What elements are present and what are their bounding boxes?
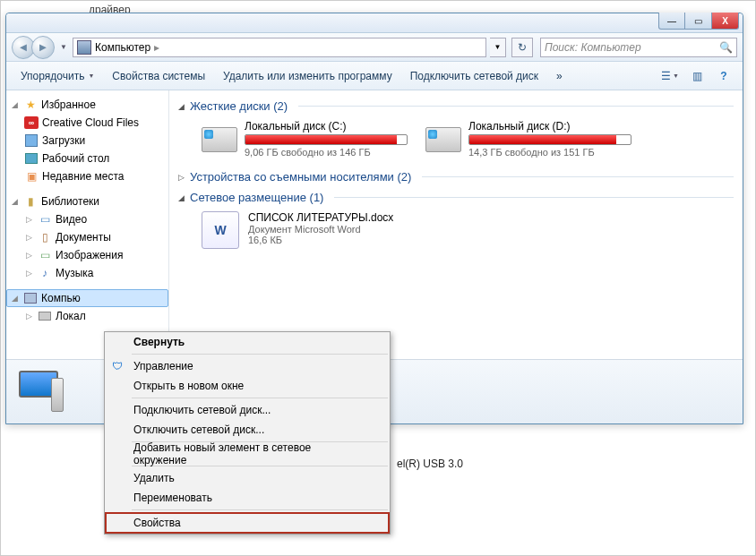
organize-button[interactable]: Упорядочить▼ [13, 66, 101, 86]
drive-c[interactable]: Локальный диск (C:) 9,06 ГБ свободно из … [202, 120, 408, 158]
bg-usb-text: el(R) USB 3.0 [397, 458, 463, 470]
usage-bar [245, 134, 408, 145]
body: ◢★Избранное ∞Creative Cloud Files Загруз… [6, 90, 743, 359]
ctx-open-new[interactable]: Открыть в новом окне [105, 376, 390, 396]
hdd-group-header[interactable]: ◢Жесткие диски (2) [178, 96, 734, 116]
favorites-group[interactable]: ◢★Избранное [6, 96, 168, 114]
search-input[interactable]: Поиск: Компьютер 🔍 [540, 38, 737, 57]
sidebar-item-cc[interactable]: ∞Creative Cloud Files [6, 114, 168, 132]
address-location: Компьютер [95, 41, 150, 54]
sidebar: ◢★Избранное ∞Creative Cloud Files Загруз… [6, 90, 169, 359]
images-icon: ▭ [38, 248, 52, 262]
file-name: СПИСОК ЛИТЕРАТУРЫ.docx [248, 211, 393, 224]
address-dropdown[interactable]: ▼ [490, 38, 506, 57]
ctx-disconnect-drive[interactable]: Отключить сетевой диск... [105, 420, 390, 440]
help-button[interactable]: ? [712, 65, 735, 87]
sidebar-item-downloads[interactable]: Загрузки [6, 132, 168, 150]
pc-icon [23, 291, 38, 305]
toolbar: Упорядочить▼ Свойства системы Удалить ил… [6, 62, 743, 90]
ctx-rename[interactable]: Переименовать [105, 488, 390, 508]
content-pane: ◢Жесткие диски (2) Локальный диск (C:) 9… [169, 90, 743, 359]
caret-down-icon: ◢ [178, 102, 185, 111]
drive-icon [38, 309, 52, 323]
star-icon: ★ [23, 98, 38, 112]
cc-icon: ∞ [24, 115, 39, 130]
refresh-button[interactable]: ↻ [511, 38, 533, 57]
maximize-button[interactable]: ▭ [685, 13, 712, 30]
ctx-map-drive[interactable]: Подключить сетевой диск... [105, 400, 390, 420]
more-button[interactable]: » [549, 66, 570, 86]
computer-icon [77, 40, 91, 55]
file-size: 16,6 КБ [248, 235, 393, 245]
word-icon: W [202, 211, 239, 249]
search-icon[interactable]: 🔍 [719, 41, 733, 54]
downloads-icon [24, 133, 39, 148]
libraries-icon: ▮ [23, 194, 38, 209]
separator [132, 509, 388, 510]
drive-name: Локальный диск (D:) [468, 120, 631, 133]
documents-icon: ▯ [38, 230, 52, 244]
shield-icon: 🛡 [110, 359, 125, 373]
nav-history-dropdown[interactable]: ▼ [58, 38, 69, 57]
file-type: Документ Microsoft Word [248, 224, 393, 235]
libraries-group[interactable]: ◢▮Библиотеки [6, 192, 168, 210]
nav-buttons: ◄ ► [12, 36, 55, 59]
sidebar-item-computer[interactable]: ◢Компью [6, 289, 168, 307]
sidebar-item-music[interactable]: ▷♪Музыка [6, 264, 168, 282]
sidebar-item-documents[interactable]: ▷▯Документы [6, 228, 168, 246]
drive-free: 14,3 ГБ свободно из 151 ГБ [468, 147, 631, 158]
titlebar[interactable]: — ▭ X [6, 13, 743, 33]
context-menu: Свернуть 🛡Управление Открыть в новом окн… [104, 331, 391, 535]
drive-name: Локальный диск (C:) [245, 120, 408, 133]
forward-button[interactable]: ► [31, 36, 55, 59]
drives-row: Локальный диск (C:) 9,06 ГБ свободно из … [178, 116, 734, 167]
sidebar-item-video[interactable]: ▷▭Видео [6, 210, 168, 228]
minimize-button[interactable]: — [658, 13, 685, 30]
sidebar-item-recent[interactable]: ▣Недавние места [6, 167, 168, 185]
network-group-header[interactable]: ◢Сетевое размещение (1) [178, 187, 734, 208]
ctx-collapse[interactable]: Свернуть [105, 332, 390, 352]
hdd-icon [202, 120, 237, 152]
search-placeholder: Поиск: Компьютер [545, 41, 641, 54]
ctx-add-network[interactable]: Добавить новый элемент в сетевое окружен… [105, 444, 390, 464]
view-button[interactable]: ☰▼ [658, 65, 682, 87]
nav-row: ◄ ► ▼ Компьютер ▸ ▼ ↻ Поиск: Компьютер 🔍 [6, 33, 743, 62]
close-button[interactable]: X [712, 13, 739, 30]
ctx-properties[interactable]: Свойства [105, 512, 390, 534]
usage-bar [468, 134, 631, 145]
preview-pane-button[interactable]: ▥ [685, 65, 709, 87]
separator [132, 398, 388, 398]
desktop-icon [24, 151, 39, 166]
separator [132, 354, 388, 355]
address-sep: ▸ [154, 41, 159, 54]
sidebar-item-local-disk[interactable]: ▷Локал [6, 307, 168, 325]
window-controls: — ▭ X [658, 13, 739, 30]
drive-free: 9,06 ГБ свободно из 146 ГБ [245, 147, 408, 158]
caret-down-icon: ◢ [178, 193, 185, 202]
file-item[interactable]: W СПИСОК ЛИТЕРАТУРЫ.docx Документ Micros… [178, 208, 734, 252]
video-icon: ▭ [38, 212, 52, 227]
ctx-delete[interactable]: Удалить [105, 468, 390, 488]
sidebar-item-images[interactable]: ▷▭Изображения [6, 246, 168, 264]
sidebar-item-desktop[interactable]: Рабочий стол [6, 150, 168, 167]
caret-right-icon: ▷ [178, 173, 185, 182]
hdd-icon [425, 120, 461, 152]
map-drive-button[interactable]: Подключить сетевой диск [403, 66, 546, 86]
recent-icon: ▣ [24, 169, 39, 184]
uninstall-button[interactable]: Удалить или изменить программу [216, 66, 399, 86]
ctx-manage[interactable]: 🛡Управление [105, 356, 390, 376]
drive-d[interactable]: Локальный диск (D:) 14,3 ГБ свободно из … [425, 120, 631, 158]
computer-large-icon [15, 369, 67, 415]
music-icon: ♪ [38, 266, 52, 280]
address-bar[interactable]: Компьютер ▸ [73, 38, 486, 57]
removable-group-header[interactable]: ▷Устройства со съемными носителями (2) [178, 167, 734, 187]
system-properties-button[interactable]: Свойства системы [105, 66, 212, 86]
